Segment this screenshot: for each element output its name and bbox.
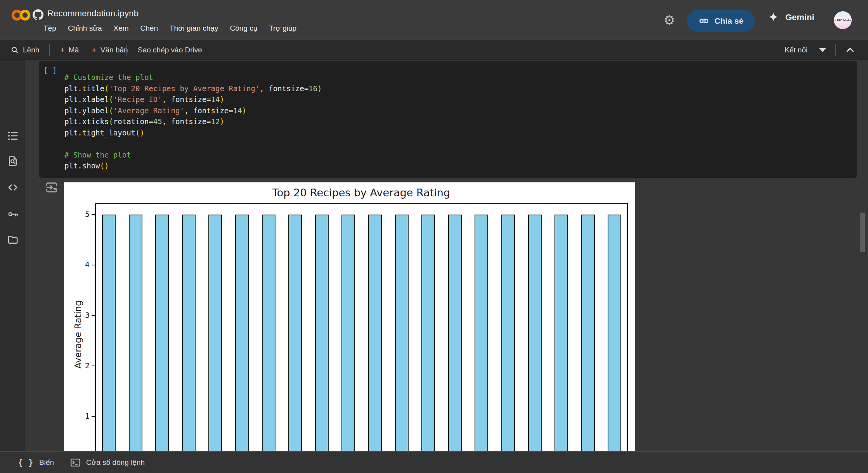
gemini-button[interactable]: Gemini bbox=[768, 12, 814, 23]
bar bbox=[368, 215, 382, 451]
find-replace-icon[interactable] bbox=[7, 155, 19, 167]
bar bbox=[395, 215, 409, 451]
code-line[interactable]: # Customize the plot bbox=[64, 72, 849, 83]
code-token: plt.xticks bbox=[64, 117, 109, 126]
chart-output-image: Top 20 Recipes by Average Rating Average… bbox=[64, 182, 635, 451]
code-token: plt.xlabel bbox=[64, 95, 109, 104]
code-line[interactable]: plt.ylabel('Average Rating', fontsize=14… bbox=[64, 105, 849, 116]
share-button[interactable]: Chia sẻ bbox=[687, 10, 755, 32]
collapse-toolbar-button[interactable] bbox=[845, 40, 855, 60]
code-token: ( bbox=[109, 117, 113, 126]
colab-app: Recommendation.ipynb TệpChỉnh sửaXemChèn… bbox=[0, 0, 868, 473]
code-token: plt.title bbox=[64, 84, 104, 93]
code-token: 16 bbox=[308, 84, 317, 93]
braces-icon: { } bbox=[18, 458, 34, 467]
bar bbox=[554, 215, 568, 451]
code-token: ) bbox=[242, 106, 246, 115]
terminal-button[interactable]: Cửa sổ dòng lệnh bbox=[70, 458, 145, 467]
bar bbox=[341, 215, 355, 451]
code-token: ) bbox=[220, 117, 224, 126]
code-line[interactable]: plt.tight_layout() bbox=[64, 127, 849, 139]
chart-title: Top 20 Recipes by Average Rating bbox=[272, 187, 450, 199]
bar bbox=[608, 215, 621, 451]
menu-item[interactable]: Chèn bbox=[140, 24, 158, 33]
bar bbox=[155, 215, 169, 451]
connect-label: Kết nối bbox=[785, 46, 807, 54]
y-tick-mark bbox=[92, 416, 95, 417]
code-area[interactable]: # Customize the plotplt.title('Top 20 Re… bbox=[64, 72, 849, 172]
y-tick-label: 3 bbox=[69, 311, 90, 319]
menu-item[interactable]: Xem bbox=[113, 24, 128, 33]
menu-item[interactable]: Thời gian chạy bbox=[170, 24, 218, 33]
terminal-icon bbox=[70, 458, 81, 467]
code-line[interactable]: plt.show() bbox=[64, 160, 849, 172]
code-line[interactable] bbox=[64, 138, 849, 149]
y-tick-mark bbox=[92, 315, 95, 316]
code-token: 12 bbox=[211, 117, 220, 126]
code-cell: [ ] # Customize the plotplt.title('Top 2… bbox=[39, 61, 857, 178]
connect-button[interactable]: Kết nối bbox=[785, 40, 826, 60]
plus-icon: + bbox=[60, 45, 65, 55]
menu-item[interactable]: Trợ giúp bbox=[269, 24, 296, 33]
chevron-down-icon[interactable] bbox=[819, 48, 826, 52]
code-token: 'Recipe ID' bbox=[113, 95, 162, 104]
code-token: , fontsize= bbox=[260, 84, 308, 93]
add-code-button[interactable]: + Mã bbox=[60, 40, 79, 60]
add-code-label: Mã bbox=[69, 46, 79, 54]
code-token: ( bbox=[109, 106, 113, 115]
menu-item[interactable]: Công cụ bbox=[230, 24, 257, 33]
code-token: 45 bbox=[153, 117, 162, 126]
bar bbox=[235, 215, 249, 451]
toolbar-divider bbox=[835, 44, 836, 56]
run-cell-indicator[interactable]: [ ] bbox=[43, 66, 57, 75]
vertical-scrollbar-thumb[interactable] bbox=[860, 213, 865, 252]
code-token: ) bbox=[220, 95, 224, 104]
code-line[interactable]: # Show the plot bbox=[64, 149, 849, 161]
gemini-sparkle-icon bbox=[768, 12, 779, 23]
header: Recommendation.ipynb TệpChỉnh sửaXemChèn… bbox=[0, 0, 868, 40]
secrets-key-icon[interactable] bbox=[7, 208, 19, 220]
code-token: plt.tight_layout bbox=[64, 128, 135, 137]
y-tick-label: 1 bbox=[69, 412, 90, 420]
bar bbox=[182, 215, 196, 451]
bar bbox=[581, 215, 595, 451]
avatar-logo-dot: ● bbox=[835, 19, 837, 22]
y-tick-mark bbox=[92, 366, 95, 366]
code-snippets-icon[interactable] bbox=[7, 182, 19, 193]
chevron-up-icon bbox=[845, 45, 855, 55]
add-text-button[interactable]: + Văn bản bbox=[92, 40, 128, 60]
output-options-icon[interactable] bbox=[44, 180, 59, 195]
code-token: () bbox=[100, 161, 109, 170]
command-toolbar: Lệnh + Mã + Văn bản Sao chép vào Drive K… bbox=[0, 40, 868, 60]
avatar[interactable]: ● REC Media bbox=[834, 11, 852, 29]
command-label: Lệnh bbox=[23, 46, 39, 54]
code-token: plt.show bbox=[64, 161, 100, 170]
menu-item[interactable]: Tệp bbox=[43, 24, 56, 33]
copy-to-drive-button[interactable]: Sao chép vào Drive bbox=[138, 40, 202, 60]
command-palette-button[interactable]: Lệnh bbox=[10, 40, 39, 60]
files-folder-icon[interactable] bbox=[7, 234, 19, 246]
code-line[interactable]: plt.xticks(rotation=45, fontsize=12) bbox=[64, 116, 849, 127]
status-bar: { } Biến Cửa sổ dòng lệnh bbox=[0, 451, 868, 473]
code-token: 'Average Rating' bbox=[113, 106, 184, 115]
code-token: # Show the plot bbox=[64, 151, 131, 159]
code-line[interactable]: plt.xlabel('Recipe ID', fontsize=14) bbox=[64, 94, 849, 105]
bar bbox=[315, 215, 329, 451]
code-token: # Customize the plot bbox=[64, 73, 153, 81]
settings-gear-icon[interactable]: ⚙ bbox=[662, 13, 677, 28]
code-line[interactable]: plt.title('Top 20 Recipes by Average Rat… bbox=[64, 83, 849, 94]
notebook-title[interactable]: Recommendation.ipynb bbox=[47, 9, 139, 19]
colab-logo[interactable] bbox=[11, 9, 31, 22]
gemini-label: Gemini bbox=[785, 12, 814, 23]
table-of-contents-icon[interactable] bbox=[7, 130, 19, 142]
left-sidebar bbox=[0, 60, 25, 451]
variables-button[interactable]: { } Biến bbox=[18, 458, 54, 467]
plus-icon: + bbox=[92, 45, 97, 55]
bar bbox=[421, 215, 435, 451]
bar bbox=[129, 215, 142, 451]
bar bbox=[288, 215, 302, 451]
menu-item[interactable]: Chỉnh sửa bbox=[68, 24, 102, 33]
github-icon[interactable] bbox=[33, 9, 43, 20]
bar bbox=[475, 215, 488, 451]
y-tick-label: 2 bbox=[69, 361, 90, 370]
